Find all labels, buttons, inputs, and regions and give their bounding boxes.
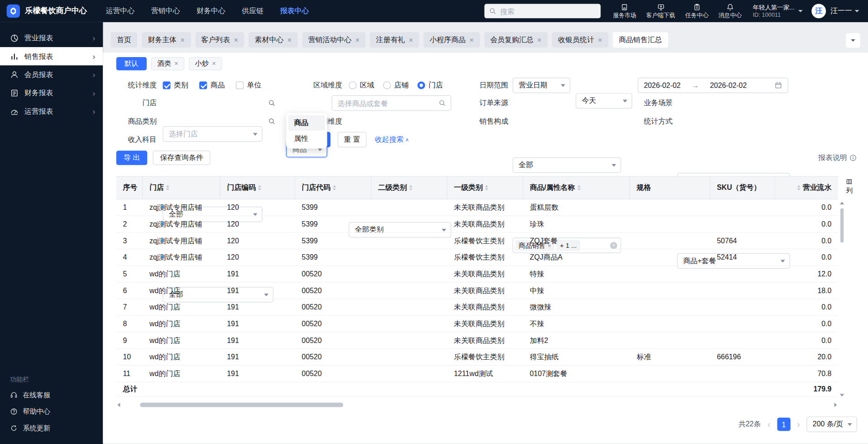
report-help[interactable]: 报表说明 <box>818 153 857 163</box>
close-icon[interactable]: × <box>537 36 542 43</box>
user-menu[interactable]: 汪一一 <box>830 6 859 16</box>
sort-icon[interactable] <box>258 185 261 190</box>
radio-option[interactable]: 区域 <box>349 80 374 90</box>
quick-link[interactable]: 任务中心 <box>685 3 708 19</box>
table-row[interactable]: 1zqj测试专用店铺1205399未关联商品类别蛋糕层数0.0 <box>116 199 838 216</box>
sort-icon[interactable] <box>485 185 488 190</box>
horizontal-scroll-thumb[interactable] <box>140 403 343 407</box>
date-type-select[interactable]: 营业日期 <box>513 77 570 93</box>
preset-chip[interactable]: 酒类× <box>151 57 184 70</box>
sort-icon[interactable] <box>409 185 412 190</box>
reset-button[interactable]: 重 置 <box>338 132 367 147</box>
global-search[interactable] <box>484 4 601 19</box>
quick-link[interactable]: 客户端下载 <box>646 3 675 19</box>
tab[interactable]: 注册有礼× <box>370 32 419 48</box>
tab[interactable]: 商品销售汇总 <box>613 32 668 48</box>
radio-option[interactable]: 店铺 <box>383 80 408 90</box>
close-icon[interactable]: × <box>174 60 178 68</box>
table-row[interactable]: 6wd的门店19100520未关联商品类别中辣18.0 <box>116 283 838 299</box>
tabs-dropdown-button[interactable] <box>846 33 860 48</box>
close-icon[interactable]: × <box>181 36 185 43</box>
current-page-button[interactable]: 1 <box>777 418 790 431</box>
close-icon[interactable]: × <box>234 36 238 43</box>
table-row[interactable]: 8wd的门店19100520未关联商品类别不辣0.0 <box>116 316 838 333</box>
tab[interactable]: 首页 <box>111 32 138 48</box>
sidebar-footer-item[interactable]: 系统更新 <box>0 420 103 437</box>
tab[interactable]: 收银员统计× <box>552 32 608 48</box>
tab[interactable]: 素材中心× <box>249 32 297 48</box>
column-header[interactable]: 序号 <box>116 177 143 199</box>
table-row[interactable]: 7wd的门店19100520未关联商品类别微微辣0.0 <box>116 299 838 316</box>
nav-item[interactable]: 营销中心 <box>151 6 180 16</box>
column-header[interactable]: 商品/属性名称 <box>523 177 630 199</box>
prev-page-button[interactable]: ‹ <box>767 420 772 429</box>
column-header[interactable]: 门店代码 <box>295 177 372 199</box>
sidebar-footer-item[interactable]: 帮助中心 <box>0 403 103 420</box>
account-info[interactable]: 年轻人第一家... ID: 100011 <box>753 3 803 19</box>
nav-item[interactable]: 报表中心 <box>280 6 309 16</box>
app-logo-icon[interactable] <box>7 5 20 18</box>
vertical-scroll-thumb[interactable] <box>840 208 844 243</box>
column-header[interactable]: SKU（货号） <box>710 177 775 199</box>
table-row[interactable]: 4zqj测试专用店铺1205399乐檬餐饮主类别ZQJ商品A524140.0 <box>116 249 838 266</box>
quick-link[interactable]: 消息中心 <box>719 3 742 19</box>
close-icon[interactable]: × <box>409 36 413 43</box>
horizontal-scrollbar[interactable] <box>116 402 838 408</box>
table-row[interactable]: 2zqj测试专用店铺1205399未关联商品类别珍珠0.0 <box>116 216 838 233</box>
table-row[interactable]: 10wd的门店19100520乐檬餐饮主类别得宝抽纸标准66619620.0 <box>116 349 838 366</box>
tab[interactable]: 客户列表× <box>195 32 244 48</box>
tab[interactable]: 小程序商品× <box>423 32 480 48</box>
date-range-picker[interactable]: 2026-02-02 → 2026-02-02 <box>638 77 788 93</box>
table-row[interactable]: 9wd的门店19100520未关联商品类别加料20.0 <box>116 333 838 349</box>
preset-chip[interactable]: 小炒× <box>189 57 222 70</box>
table-row[interactable]: 11wd的门店191005201211wd测试0107测套餐70.8 <box>116 366 838 382</box>
column-header[interactable]: 门店编码 <box>221 177 295 199</box>
nav-item[interactable]: 财务中心 <box>197 6 225 16</box>
close-icon[interactable]: × <box>470 36 474 43</box>
sort-icon[interactable] <box>333 185 336 190</box>
global-search-input[interactable] <box>500 7 596 15</box>
close-icon[interactable]: × <box>355 36 360 43</box>
category-search-button[interactable] <box>266 114 278 129</box>
nav-item[interactable]: 运营中心 <box>106 6 135 16</box>
tab[interactable]: 营销活动中心× <box>302 32 365 48</box>
page-size-select[interactable]: 200 条/页 <box>806 416 857 432</box>
column-header[interactable]: 二级类别 <box>371 177 447 199</box>
next-page-button[interactable]: › <box>796 420 801 429</box>
sidebar-footer-item[interactable]: 在线客服 <box>0 386 103 403</box>
scroll-left-icon[interactable] <box>117 403 120 407</box>
date-preset-select[interactable]: 今天 <box>576 93 633 108</box>
dropdown-option[interactable]: 属性 <box>288 131 325 146</box>
search-icon[interactable] <box>438 99 446 107</box>
checkbox-option[interactable]: 商品 <box>199 80 225 90</box>
close-icon[interactable]: × <box>288 36 292 43</box>
checkbox-option[interactable]: 单位 <box>236 80 261 90</box>
radio-option[interactable]: 门店 <box>417 80 443 90</box>
sort-icon[interactable] <box>166 185 169 190</box>
sidebar-item[interactable]: 财务报表› <box>0 84 103 102</box>
close-icon[interactable]: × <box>598 36 602 43</box>
sidebar-item[interactable]: 运营报表› <box>0 102 103 120</box>
vertical-scrollbar[interactable] <box>839 201 844 398</box>
save-query-button[interactable]: 保存查询条件 <box>153 151 210 165</box>
collapse-search-link[interactable]: 收起搜索∧ <box>375 132 409 147</box>
tab[interactable]: 财务主体× <box>142 32 191 48</box>
order-source-select[interactable]: 全部 <box>513 157 621 173</box>
preset-chip-active[interactable]: 默认 <box>116 57 147 70</box>
column-settings-button[interactable]: 列 <box>843 179 856 196</box>
nav-item[interactable]: 供应链 <box>242 6 264 16</box>
sidebar-item[interactable]: 营业报表› <box>0 29 103 47</box>
checkbox-option[interactable]: 类别 <box>163 80 188 90</box>
column-header[interactable]: 营业流水 <box>775 177 838 199</box>
table-row[interactable]: 5wd的门店19100520未关联商品类别特辣12.0 <box>116 266 838 283</box>
product-search-input[interactable] <box>338 99 439 107</box>
scroll-up-icon[interactable] <box>840 202 844 204</box>
sort-icon[interactable] <box>797 185 801 190</box>
table-row[interactable]: 3zqj测试专用店铺1205399乐檬餐饮主类别ZQJ套餐507640.0 <box>116 232 838 249</box>
sidebar-item[interactable]: 销售报表› <box>0 47 103 65</box>
store-search-button[interactable] <box>266 95 278 111</box>
scroll-right-icon[interactable] <box>834 403 837 407</box>
quick-link[interactable]: 服务市场 <box>613 3 636 19</box>
column-header[interactable]: 门店 <box>143 177 220 199</box>
scroll-down-icon[interactable] <box>840 394 844 396</box>
